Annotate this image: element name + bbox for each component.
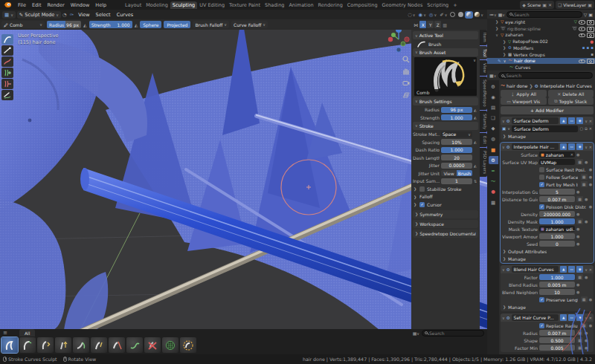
extras-dropdown[interactable]: ∨: [585, 119, 588, 123]
close-icon[interactable]: ✕: [589, 126, 592, 131]
attribute-toggle-icon[interactable]: ▦: [576, 345, 583, 351]
tab-view-layer[interactable]: ❏: [489, 114, 498, 123]
dash-length-field[interactable]: 20: [441, 155, 472, 160]
menu-render[interactable]: Render: [44, 2, 67, 8]
tab-layout[interactable]: Layout: [123, 1, 144, 9]
jitter-pressure-icon[interactable]: ◭: [474, 163, 477, 168]
surface-rest-checkbox[interactable]: ✓: [539, 167, 544, 172]
symmetry-panel[interactable]: ❯Symmetry: [413, 210, 478, 218]
brush-thumb-density[interactable]: [162, 337, 178, 353]
extras-dropdown[interactable]: ∨: [585, 267, 588, 272]
attribute-toggle-icon[interactable]: ▦: [576, 274, 583, 280]
shelf-display-button[interactable]: ▦∨: [413, 331, 419, 336]
edit-mode-toggle[interactable]: ▲: [560, 143, 567, 150]
tab-shading[interactable]: Shading: [263, 1, 286, 9]
brush-thumb-puff[interactable]: [55, 337, 71, 353]
workspace-panel[interactable]: ❯Workspace: [413, 220, 478, 228]
profile-radius-field[interactable]: 0.007 m: [539, 330, 575, 336]
fake-user-icon[interactable]: ▢: [579, 126, 583, 131]
tab-particles[interactable]: ≈: [489, 167, 498, 175]
close-icon[interactable]: ✕: [589, 119, 592, 123]
attribute-toggle-icon[interactable]: ▦: [576, 159, 583, 165]
tab-animation[interactable]: Animation: [286, 1, 315, 9]
dash-ratio-field[interactable]: 1.000: [441, 147, 472, 153]
ntab-item[interactable]: Item: [480, 30, 487, 45]
symmetry-y-toggle[interactable]: Y: [427, 21, 434, 28]
disable-render-icon[interactable]: [587, 58, 594, 63]
tab-modeling[interactable]: Modeling: [144, 1, 170, 9]
hide-eye-icon[interactable]: [579, 19, 585, 25]
ntab-speedretopo[interactable]: SpeedRetopo: [480, 77, 487, 110]
stroke-method-dropdown[interactable]: Space∨: [441, 131, 472, 137]
falloff-subpanel[interactable]: Falloff: [419, 194, 433, 199]
brush-asset-header[interactable]: ∨Brush Asset: [413, 48, 478, 56]
tab-material[interactable]: ●: [489, 188, 498, 196]
density-mask-field[interactable]: 1.000: [539, 218, 575, 224]
breadcrumb-modifier[interactable]: Interpolate Hair Curves: [540, 83, 592, 88]
scene-new-icon[interactable]: ▣: [542, 2, 547, 7]
blend-radius-field[interactable]: 0.005 m: [539, 282, 575, 287]
brush-selector[interactable]: 🖉 Comb ∨: [1, 21, 45, 28]
attribute-toggle-icon[interactable]: ▦: [576, 218, 583, 224]
ntab-sfamily[interactable]: SFamily: [480, 111, 487, 132]
radius-slider[interactable]: Radius 96 px: [47, 21, 81, 28]
breadcrumb-object[interactable]: hair done: [506, 83, 528, 88]
attribute-toggle-icon[interactable]: ▦: [581, 296, 588, 302]
mode-selector[interactable]: ✎ Sculpt Mode ∨: [17, 11, 61, 19]
close-icon[interactable]: ✕: [589, 145, 592, 149]
tab-texture-paint[interactable]: Texture Paint: [227, 1, 263, 9]
tab-object[interactable]: ■: [489, 146, 498, 154]
brush-thumb-cut[interactable]: [109, 337, 125, 353]
tab-compositing[interactable]: Compositing: [345, 1, 380, 9]
menu-select[interactable]: Select: [93, 12, 114, 18]
ntab-tool[interactable]: Tool: [480, 46, 487, 60]
shelf-search-box[interactable]: [422, 330, 484, 337]
distance-to-guides-field[interactable]: 0.007 m: [539, 196, 575, 202]
shelf-menu-icon[interactable]: ≡: [3, 330, 7, 336]
realtime-toggle[interactable]: ▭: [568, 266, 575, 273]
ih-manage-subpanel[interactable]: Manage: [508, 256, 526, 261]
output-attributes-subpanel[interactable]: Output Attributes: [508, 249, 547, 254]
disable-render-icon[interactable]: [587, 32, 594, 37]
tool-draw[interactable]: [1, 90, 13, 100]
jitter-field[interactable]: 0.0000: [441, 163, 472, 169]
hide-eye-icon[interactable]: [579, 58, 585, 63]
attribute-toggle-icon[interactable]: ▦: [581, 174, 588, 180]
active-tool-header[interactable]: ∨Active Tool: [413, 31, 478, 39]
brush-toggle-icon[interactable]: ✑: [68, 11, 75, 19]
blend-hair-header[interactable]: ∨⚙ Blend Hair Curves ▲ ▭ ◉ ∨ ✕: [501, 265, 594, 273]
shape-field[interactable]: 0.500: [539, 337, 575, 343]
brush-falloff-dropdown[interactable]: Brush Falloff∨: [193, 21, 229, 28]
strength-slider[interactable]: Strength 1.000: [89, 21, 132, 28]
shading-solid-button[interactable]: [457, 11, 465, 19]
menu-file[interactable]: File: [15, 2, 29, 8]
uv-map-field[interactable]: UVMap: [539, 159, 575, 165]
realtime-toggle[interactable]: ▭: [568, 314, 575, 321]
hide-eye-icon[interactable]: [579, 32, 585, 37]
transform-pivot-button[interactable]: ◌∨: [406, 11, 416, 19]
interpolate-hair-header[interactable]: ∨⚙ Interpolate Hair ... ▲ ▭ ◉ ∨ ✕: [501, 143, 594, 151]
cursor-checkbox[interactable]: ✓: [419, 202, 425, 207]
disable-render-icon[interactable]: [587, 26, 594, 31]
brush-thumb-smooth[interactable]: [19, 337, 36, 353]
tab-world[interactable]: ◍: [489, 135, 498, 143]
tab-scene[interactable]: ◆: [489, 125, 498, 133]
jitter-unit-view[interactable]: View: [441, 170, 457, 176]
pan-hand-icon[interactable]: [402, 68, 410, 75]
add-modifier-button[interactable]: +Add Modifier: [501, 106, 594, 114]
ntab-view[interactable]: View: [480, 60, 487, 76]
strength-pressure-icon[interactable]: ◭: [474, 115, 477, 120]
surface-deform-header[interactable]: ∨⚙ Surface Deform ▲ ▭ ◉ ∨ ✕: [501, 117, 594, 125]
stroke-header[interactable]: ∨Stroke: [413, 122, 478, 130]
tool-remove-hair[interactable]: [1, 79, 13, 89]
menu-help[interactable]: Help: [92, 2, 109, 8]
shading-material-button[interactable]: [465, 11, 473, 19]
mask-texture-field[interactable]: ▦ zaharan_udi... ✕: [539, 226, 575, 232]
spacing-pressure-icon[interactable]: ◭: [474, 140, 477, 144]
blender-logo[interactable]: [3, 1, 12, 8]
hide-eye-icon[interactable]: [579, 26, 585, 31]
set-profile-header[interactable]: ∨⚙ Set Hair Curve P... ▲ ▭ ◉ ∨ ✕: [501, 313, 594, 322]
tab-texture[interactable]: ▦: [489, 198, 498, 207]
add-workspace-button[interactable]: +: [451, 1, 459, 9]
stabilize-stroke-checkbox[interactable]: ✓: [419, 186, 425, 192]
